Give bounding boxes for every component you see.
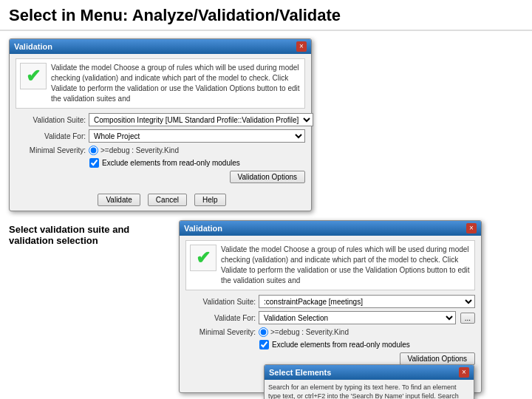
suite-label: Validation Suite:	[16, 116, 86, 124]
bottom-dialog-close-button[interactable]: ×	[466, 223, 477, 233]
bottom-dialog-titlebar: Validation ×	[180, 221, 481, 236]
page-title: Select in Menu: Analyze/Validation/Valid…	[0, 0, 532, 31]
bottom-severity-label: Minimal Severity:	[185, 328, 256, 336]
bottom-dialog-description-text: Validate the model Choose a group of rul…	[221, 245, 471, 286]
bottom-exclude-checkbox[interactable]	[259, 340, 269, 349]
bottom-validation-options-button[interactable]: Validation Options	[400, 352, 475, 365]
exclude-label: Exclude elements from read-only modules	[102, 159, 240, 167]
options-row: Validation Options	[16, 171, 305, 183]
severity-row: Minimal Severity: >=debug : Severity.Kin…	[16, 146, 305, 155]
se-close-button[interactable]: ×	[459, 367, 469, 378]
suite-row: Validation Suite: Composition Integrity …	[16, 113, 305, 126]
bottom-exclude-row: Exclude elements from read-only modules	[259, 340, 475, 349]
section-label: Select validation suite and validation s…	[9, 220, 171, 246]
bottom-severity-row: Minimal Severity: >=debug : Severity.Kin…	[185, 327, 475, 337]
dialog-header-info: ✔ Validate the model Choose a group of r…	[16, 58, 305, 109]
validate-button[interactable]: Validate	[98, 194, 140, 206]
se-description-text: Search for an element by typing its text…	[268, 383, 470, 399]
suite-select[interactable]: Composition Integrity [UML Standard Prof…	[89, 113, 313, 126]
bottom-validate-icon-box: ✔	[190, 245, 216, 271]
for-select[interactable]: Whole Project	[89, 129, 305, 143]
dialog-footer: Validate Cancel Help	[10, 191, 311, 211]
bottom-severity-value: >=debug : Severity.Kind	[270, 328, 349, 336]
top-dialog-close-button[interactable]: ×	[296, 41, 307, 52]
cancel-button[interactable]: Cancel	[148, 194, 187, 206]
bottom-dialog-header-info: ✔ Validate the model Choose a group of r…	[185, 240, 475, 290]
bottom-suite-row: Validation Suite: :constraintPackage [me…	[185, 295, 475, 308]
severity-value: >=debug : Severity.Kind	[100, 146, 179, 154]
for-label: Validate For:	[16, 132, 86, 140]
severity-label: Minimal Severity:	[16, 146, 86, 154]
bottom-severity-radio-label: >=debug : Severity.Kind	[259, 327, 349, 337]
severity-radio[interactable]	[89, 146, 98, 155]
select-elements-dialog: Select Elements × Search for an element …	[264, 364, 474, 399]
validation-options-button[interactable]: Validation Options	[230, 171, 305, 183]
bottom-for-row: Validate For: Validation Selection ...	[185, 311, 475, 324]
bottom-suite-label: Validation Suite:	[185, 298, 256, 306]
bottom-for-label: Validate For:	[185, 314, 256, 322]
help-button[interactable]: Help	[194, 194, 226, 206]
dialog-description-text: Validate the model Choose a group of rul…	[51, 63, 301, 104]
top-validation-dialog: Validation × ✔ Validate the model Choose…	[9, 38, 312, 211]
for-row: Validate For: Whole Project	[16, 129, 305, 143]
for-browse-button[interactable]: ...	[460, 313, 475, 324]
severity-radio-label: >=debug : Severity.Kind	[89, 146, 179, 155]
se-title-label: Select Elements	[269, 368, 331, 377]
bottom-section: Select validation suite and validation s…	[9, 220, 523, 393]
checkmark-icon: ✔	[26, 64, 41, 89]
bottom-suite-select[interactable]: :constraintPackage [meetings]	[259, 295, 475, 308]
bottom-checkmark-icon: ✔	[196, 245, 211, 270]
se-titlebar: Select Elements ×	[265, 365, 474, 380]
bottom-severity-radio[interactable]	[259, 327, 268, 337]
exclude-row: Exclude elements from read-only modules	[89, 158, 305, 168]
dialog-title-label: Validation	[14, 42, 52, 51]
bottom-exclude-label: Exclude elements from read-only modules	[272, 341, 410, 349]
validate-icon-box: ✔	[20, 63, 47, 89]
dialog-titlebar: Validation ×	[10, 39, 311, 54]
exclude-checkbox[interactable]	[89, 158, 99, 168]
bottom-options-row: Validation Options	[185, 352, 475, 365]
bottom-for-select[interactable]: Validation Selection	[259, 311, 456, 324]
bottom-dialog-title-label: Validation	[184, 224, 222, 233]
